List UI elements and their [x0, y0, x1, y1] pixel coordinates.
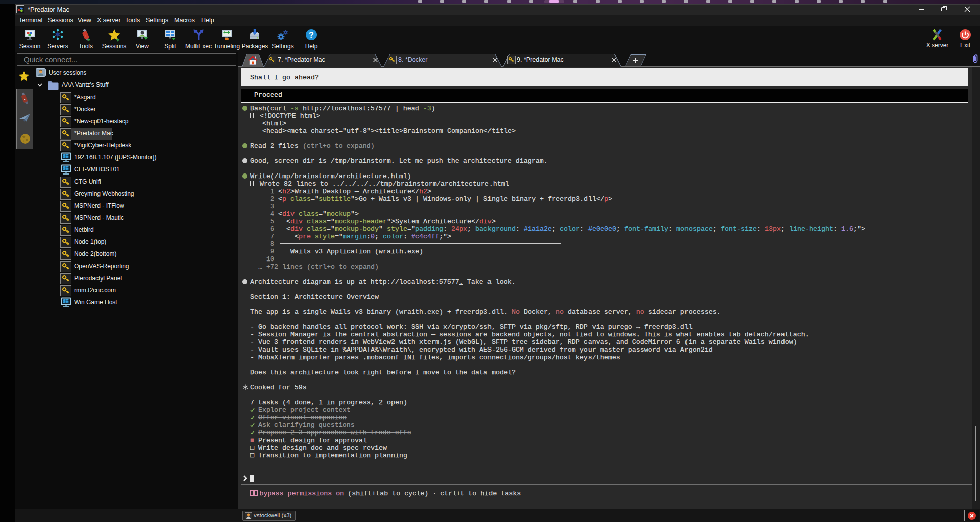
svg-text:?: ?	[309, 31, 314, 39]
